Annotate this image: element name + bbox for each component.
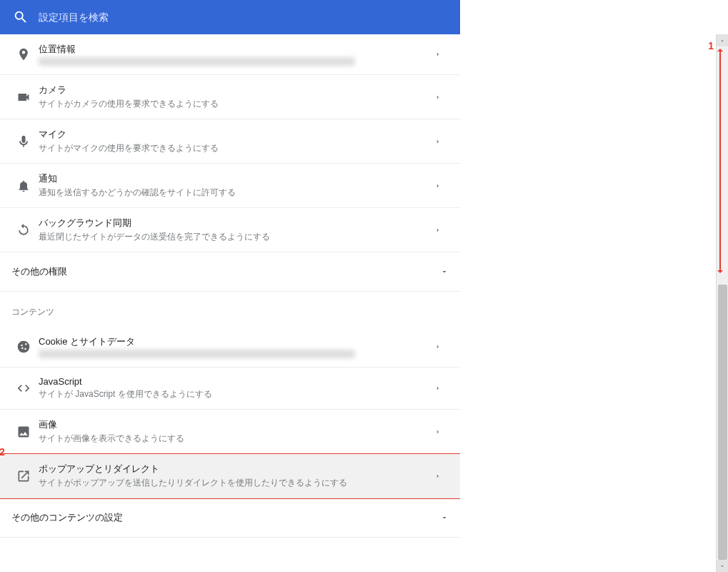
row-desc: サイトが画像を表示できるようにする xyxy=(39,433,434,445)
expand-other-contents[interactable]: その他のコンテンツの設定 xyxy=(0,498,460,538)
sync-icon xyxy=(11,223,36,237)
camera-icon xyxy=(11,90,36,104)
row-body: マイクサイトがマイクの使用を要求できるようにする xyxy=(36,128,434,154)
chevron-right-icon xyxy=(434,179,449,192)
row-body: JavaScriptサイトが JavaScript を使用できるようにする xyxy=(36,376,434,400)
scrollbar[interactable] xyxy=(716,34,728,572)
row-body: 通知通知を送信するかどうかの確認をサイトに許可する xyxy=(36,172,434,199)
row-body: 位置情報 xyxy=(36,43,434,66)
contents-header: コンテンツ xyxy=(0,292,460,327)
row-title: 画像 xyxy=(39,418,434,431)
row-desc: 最近閉じたサイトがデータの送受信を完了できるようにする xyxy=(39,231,434,243)
annotation-arrow xyxy=(719,50,721,272)
annotation-2: 2 xyxy=(0,446,5,458)
image-icon xyxy=(11,425,36,439)
row-body: カメラサイトがカメラの使用を要求できるようにする xyxy=(36,84,434,110)
settings-row-location[interactable]: 位置情報 xyxy=(0,34,460,75)
chevron-down-icon xyxy=(440,513,449,522)
mic-icon xyxy=(11,134,36,149)
code-icon xyxy=(11,381,36,395)
popup-icon xyxy=(11,469,36,483)
row-desc: サイトが JavaScript を使用できるようにする xyxy=(39,388,434,400)
row-title: マイク xyxy=(39,128,434,141)
row-desc: サイトがマイクの使用を要求できるようにする xyxy=(39,142,434,154)
chevron-right-icon xyxy=(434,425,449,438)
other-permissions-label: その他の権限 xyxy=(11,265,67,278)
location-icon xyxy=(11,47,36,61)
row-desc xyxy=(39,57,355,66)
row-body: Cookie とサイトデータ xyxy=(36,335,434,358)
settings-row-bgsync[interactable]: バックグラウンド同期最近閉じたサイトがデータの送受信を完了できるようにする xyxy=(0,208,460,252)
row-desc xyxy=(39,350,355,358)
settings-row-js[interactable]: JavaScriptサイトが JavaScript を使用できるようにする xyxy=(0,368,460,410)
row-desc: 通知を送信するかどうかの確認をサイトに許可する xyxy=(39,187,434,199)
row-desc: サイトがカメラの使用を要求できるようにする xyxy=(39,98,434,110)
row-title: カメラ xyxy=(39,84,434,97)
settings-row-mic[interactable]: マイクサイトがマイクの使用を要求できるようにする xyxy=(0,119,460,164)
annotation-1: 1 xyxy=(708,40,714,51)
expand-other-permissions[interactable]: その他の権限 xyxy=(0,252,460,292)
settings-list: 位置情報カメラサイトがカメラの使用を要求できるようにするマイクサイトがマイクの使… xyxy=(0,34,460,572)
search-input[interactable] xyxy=(39,11,447,23)
row-desc: サイトがポップアップを送信したりリダイレクトを使用したりできるようにする xyxy=(39,477,434,489)
scroll-down-button[interactable] xyxy=(717,560,728,572)
settings-row-camera[interactable]: カメラサイトがカメラの使用を要求できるようにする xyxy=(0,75,460,119)
cookie-icon xyxy=(11,340,36,354)
bell-icon xyxy=(11,179,36,193)
row-title: 通知 xyxy=(39,172,434,185)
chevron-right-icon xyxy=(434,470,449,483)
chevron-right-icon xyxy=(434,224,449,237)
row-title: 位置情報 xyxy=(39,43,434,56)
row-title: JavaScript xyxy=(39,376,434,387)
row-body: バックグラウンド同期最近閉じたサイトがデータの送受信を完了できるようにする xyxy=(36,217,434,243)
chevron-right-icon xyxy=(434,135,449,148)
chevron-right-icon xyxy=(434,340,449,353)
settings-row-cookies[interactable]: Cookie とサイトデータ xyxy=(0,327,460,368)
row-title: Cookie とサイトデータ xyxy=(39,335,434,348)
row-body: 画像サイトが画像を表示できるようにする xyxy=(36,418,434,445)
chevron-right-icon xyxy=(434,48,449,61)
chevron-right-icon xyxy=(434,91,449,104)
chevron-down-icon xyxy=(440,267,449,276)
search-bar[interactable] xyxy=(0,0,460,34)
settings-row-popups[interactable]: ポップアップとリダイレクトサイトがポップアップを送信したりリダイレクトを使用した… xyxy=(0,454,460,498)
right-pane: 1 xyxy=(460,0,728,572)
settings-row-notify[interactable]: 通知通知を送信するかどうかの確認をサイトに許可する xyxy=(0,164,460,208)
chevron-right-icon xyxy=(434,382,449,395)
scrollbar-thumb[interactable] xyxy=(718,285,727,560)
settings-row-images[interactable]: 画像サイトが画像を表示できるようにする xyxy=(0,410,460,454)
search-icon xyxy=(13,9,29,25)
row-title: ポップアップとリダイレクト xyxy=(39,463,434,475)
scroll-up-button[interactable] xyxy=(717,34,728,46)
row-body: ポップアップとリダイレクトサイトがポップアップを送信したりリダイレクトを使用した… xyxy=(36,463,434,489)
row-title: バックグラウンド同期 xyxy=(39,217,434,230)
other-contents-label: その他のコンテンツの設定 xyxy=(11,511,123,524)
